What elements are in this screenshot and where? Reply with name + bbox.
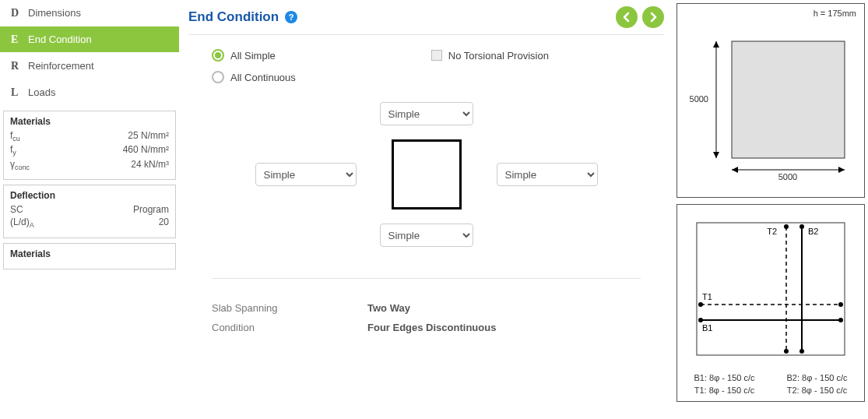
slab-icon bbox=[392, 139, 462, 210]
nav-tag: E bbox=[11, 33, 28, 46]
nav-label: Reinforcement bbox=[28, 60, 94, 72]
svg-point-12 bbox=[784, 349, 789, 354]
svg-text:B1: B1 bbox=[702, 323, 712, 333]
edge-top-select[interactable]: Simple bbox=[380, 102, 473, 125]
svg-point-15 bbox=[799, 224, 804, 229]
summary: Slab Spanning Two Way Condition Four Edg… bbox=[212, 278, 641, 333]
panel-title: Deflection bbox=[10, 190, 169, 201]
sidebar-item-loads[interactable]: L Loads bbox=[0, 79, 179, 106]
material-row: fy460 N/mm² bbox=[10, 144, 169, 157]
svg-marker-6 bbox=[732, 167, 738, 173]
panel-materials: Materials fcu25 N/mm² fy460 N/mm² γconc2… bbox=[3, 111, 176, 180]
sidebar-item-end-condition[interactable]: E End Condition bbox=[0, 26, 179, 53]
material-row: γconc24 kN/m³ bbox=[10, 159, 169, 171]
svg-point-19 bbox=[698, 302, 703, 307]
sidebar: D Dimensions E End Condition R Reinforce… bbox=[0, 0, 179, 274]
svg-text:5000: 5000 bbox=[690, 94, 708, 104]
material-row: fcu25 N/mm² bbox=[10, 130, 169, 143]
panel-materials-2: Materials bbox=[3, 243, 176, 269]
checkbox-no-torsion[interactable]: No Torsional Provision bbox=[431, 50, 549, 62]
svg-text:B2: B2 bbox=[808, 227, 818, 236]
svg-point-16 bbox=[799, 349, 804, 354]
svg-point-11 bbox=[784, 224, 789, 229]
next-button[interactable] bbox=[642, 6, 664, 28]
summary-label: Slab Spanning bbox=[212, 302, 367, 314]
help-icon[interactable]: ? bbox=[285, 11, 297, 23]
edge-left-select[interactable]: Simple bbox=[255, 163, 357, 186]
svg-point-23 bbox=[698, 318, 703, 322]
svg-marker-7 bbox=[838, 167, 845, 173]
svg-rect-9 bbox=[697, 223, 845, 355]
radio-icon bbox=[212, 49, 224, 62]
checkbox-icon bbox=[431, 50, 442, 61]
step-nav bbox=[616, 6, 664, 28]
thickness-label: h = 175mm bbox=[814, 9, 856, 18]
panel-deflection: Deflection SCProgram (L/d)A20 bbox=[3, 185, 176, 238]
summary-value: Four Edges Discontinuous bbox=[367, 322, 496, 333]
slab-dimension-diagram: h = 175mm 5000 5000 bbox=[676, 3, 865, 198]
diagram-column: h = 175mm 5000 5000 bbox=[673, 0, 868, 405]
nav-label: End Condition bbox=[28, 33, 92, 45]
prev-button[interactable] bbox=[616, 6, 638, 28]
summary-value: Two Way bbox=[367, 302, 410, 314]
edge-picker: Simple Simple Simple bbox=[212, 102, 641, 247]
svg-marker-2 bbox=[713, 41, 719, 48]
panel-title: Materials bbox=[10, 248, 169, 259]
svg-marker-3 bbox=[713, 152, 719, 158]
deflection-row: SCProgram bbox=[10, 204, 169, 215]
edge-bottom-select[interactable]: Simple bbox=[380, 224, 473, 247]
edge-right-select[interactable]: Simple bbox=[497, 163, 598, 186]
rebar-diagram: T2 B2 T1 B1 B1: 8φ - 150 c/c B2: 8φ - 15… bbox=[676, 204, 865, 402]
sidebar-item-dimensions[interactable]: D Dimensions bbox=[0, 0, 179, 26]
rebar-legend: B1: 8φ - 150 c/c B2: 8φ - 150 c/c T1: 8φ… bbox=[684, 373, 858, 395]
nav-label: Dimensions bbox=[28, 7, 81, 19]
radio-all-simple[interactable]: All Simple bbox=[212, 49, 276, 62]
page-title: End Condition ? bbox=[188, 9, 297, 25]
svg-text:5000: 5000 bbox=[778, 172, 797, 181]
nav-tag: D bbox=[11, 7, 28, 19]
nav-tag: R bbox=[11, 60, 28, 72]
radio-all-continuous[interactable]: All Continuous bbox=[212, 71, 641, 83]
deflection-row: (L/d)A20 bbox=[10, 217, 169, 229]
summary-label: Condition bbox=[212, 322, 367, 333]
svg-point-20 bbox=[838, 302, 843, 307]
svg-text:T1: T1 bbox=[702, 292, 712, 301]
panel-title: Materials bbox=[10, 116, 169, 127]
main-header: End Condition ? bbox=[188, 6, 664, 35]
nav-label: Loads bbox=[28, 86, 55, 98]
main-content: End Condition ? All Simple bbox=[179, 0, 673, 347]
svg-text:T2: T2 bbox=[767, 227, 777, 236]
svg-point-24 bbox=[838, 318, 843, 322]
nav-tag: L bbox=[11, 86, 28, 99]
radio-icon bbox=[212, 71, 224, 83]
sidebar-item-reinforcement[interactable]: R Reinforcement bbox=[0, 53, 179, 79]
svg-rect-0 bbox=[732, 41, 845, 158]
